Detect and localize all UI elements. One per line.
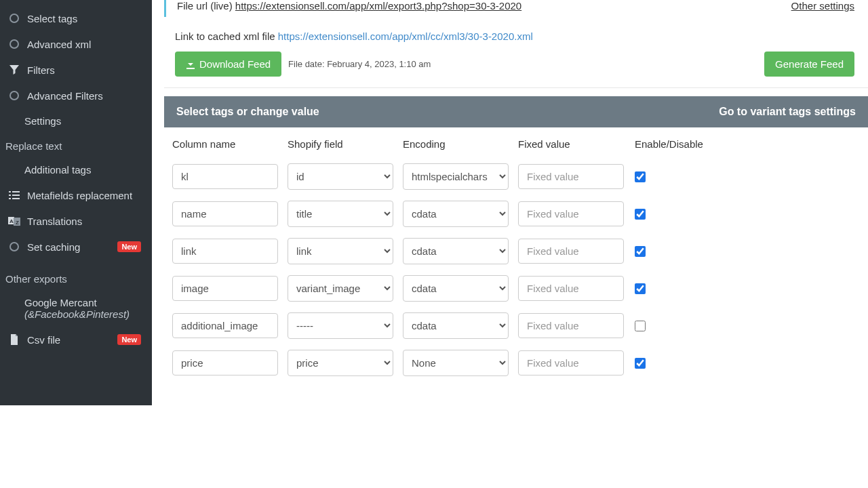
new-badge: New [117,241,141,252]
file-date: File date: February 4, 2023, 1:10 am [288,59,431,69]
fixed-value-input[interactable] [518,276,624,301]
download-feed-label: Download Feed [199,58,271,70]
generate-feed-label: Generate Feed [775,58,844,70]
section-header: Select tags or change value Go to varian… [164,96,868,127]
enable-checkbox[interactable] [635,358,646,369]
shopify-field-select[interactable]: idtitlelinkvariant_image-----price [288,238,393,264]
enable-checkbox[interactable] [635,171,646,182]
sidebar-item-filters[interactable]: Filters [0,57,152,83]
sidebar-item-translations[interactable]: AZ Translations [0,208,152,234]
cached-label: Link to cached xml file [175,30,278,42]
sidebar-item-label: Advanced xml [27,39,91,50]
encoding-select[interactable]: htmlspecialcharscdataNone [403,238,509,264]
sidebar-item-csv[interactable]: Csv file New [0,327,152,352]
svg-rect-1 [12,191,20,192]
encoding-select[interactable]: htmlspecialcharscdataNone [403,275,509,302]
file-url-label: File url (live) [177,0,235,12]
svg-rect-4 [9,198,11,199]
cached-link[interactable]: https://extensionsell.com/app/xml/cc/xml… [278,30,533,42]
fixed-value-input[interactable] [518,350,624,375]
new-badge: New [117,334,141,345]
sidebar-item-label: Settings [24,115,61,127]
sidebar-group-other: Other exports [0,260,152,290]
encoding-select[interactable]: htmlspecialcharscdataNone [403,312,509,339]
sidebar-item-label: Translations [27,216,82,227]
enable-checkbox[interactable] [635,209,646,220]
th-enable: Enable/Disable [633,138,704,150]
sidebar-group-replace: Replace text [0,134,152,157]
list-icon [8,189,20,201]
svg-text:A: A [9,218,14,224]
shopify-field-select[interactable]: idtitlelinkvariant_image-----price [288,163,393,190]
encoding-select[interactable]: htmlspecialcharscdataNone [403,201,509,227]
table-row: idtitlelinkvariant_image-----pricehtmlsp… [172,307,860,344]
sidebar-item-label: Additional tags [24,164,91,176]
sidebar-item-sublabel: (&Facebook&Pinterest) [24,308,144,320]
sidebar-item-label: Select tags [27,13,77,24]
sidebar-item-additional-tags[interactable]: Additional tags [0,157,152,182]
encoding-select[interactable]: htmlspecialcharscdataNone [403,163,509,190]
sidebar-item-label: Filters [27,64,55,76]
shopify-field-select[interactable]: idtitlelinkvariant_image-----price [288,275,393,302]
sidebar-item-advanced-xml[interactable]: Advanced xml [0,31,152,57]
sidebar-item-select-tags[interactable]: Select tags [0,5,152,31]
fixed-value-input[interactable] [518,201,624,226]
column-name-input[interactable] [172,239,278,264]
svg-rect-2 [9,195,11,196]
cached-block: Link to cached xml file https://extensio… [164,17,868,88]
fixed-value-input[interactable] [518,239,624,264]
svg-text:Z: Z [16,220,19,226]
file-url-link[interactable]: https://extensionsell.com/app/xml/export… [235,0,521,12]
column-name-input[interactable] [172,313,278,338]
enable-checkbox[interactable] [635,283,646,294]
sidebar-item-label: Advanced Filters [27,90,103,102]
circle-icon [8,241,20,253]
column-name-input[interactable] [172,201,278,226]
column-name-input[interactable] [172,276,278,301]
table-row: idtitlelinkvariant_image-----pricehtmlsp… [172,195,860,232]
table-header: Column name Shopify field Encoding Fixed… [172,138,860,158]
download-feed-button[interactable]: Download Feed [175,52,281,77]
sidebar-item-caching[interactable]: Set caching New [0,234,152,260]
sidebar-item-label: Google Mercant [24,297,144,308]
tags-table: Column name Shopify field Encoding Fixed… [164,127,868,392]
variant-tags-link[interactable]: Go to variant tags settings [719,106,856,118]
th-fixed-value: Fixed value [518,138,624,150]
column-name-input[interactable] [172,164,278,189]
table-row: idtitlelinkvariant_image-----pricehtmlsp… [172,344,860,382]
th-column-name: Column name [172,138,278,150]
shopify-field-select[interactable]: idtitlelinkvariant_image-----price [288,312,393,339]
encoding-select[interactable]: htmlspecialcharscdataNone [403,350,509,376]
sidebar-item-metafields[interactable]: Metafields replacement [0,182,152,208]
file-icon [8,333,20,346]
sidebar-item-settings[interactable]: Settings [0,108,152,134]
sidebar-item-label: Metafields replacement [27,190,132,201]
circle-icon [8,89,20,102]
enable-checkbox[interactable] [635,246,646,257]
svg-rect-5 [12,198,20,199]
shopify-field-select[interactable]: idtitlelinkvariant_image-----price [288,201,393,227]
column-name-input[interactable] [172,350,278,375]
generate-feed-button[interactable]: Generate Feed [764,52,854,77]
sidebar-item-google-merchant[interactable]: Google Mercant (&Facebook&Pinterest) [0,290,152,327]
file-url-bar: File url (live) https://extensionsell.co… [164,0,868,17]
sidebar-item-advanced-filters[interactable]: Advanced Filters [0,83,152,108]
enable-checkbox[interactable] [635,321,646,331]
table-row: idtitlelinkvariant_image-----pricehtmlsp… [172,232,860,270]
main-content: File url (live) https://extensionsell.co… [152,0,868,488]
table-row: idtitlelinkvariant_image-----pricehtmlsp… [172,270,860,307]
th-encoding: Encoding [403,138,509,150]
funnel-icon [8,64,20,76]
other-settings-link[interactable]: Other settings [791,0,854,12]
th-shopify-field: Shopify field [288,138,393,150]
translate-icon: AZ [8,215,20,227]
section-title: Select tags or change value [176,106,319,118]
fixed-value-input[interactable] [518,164,624,189]
svg-rect-0 [9,191,11,192]
fixed-value-input[interactable] [518,313,624,338]
sidebar: Select tags Advanced xml Filters Advance… [0,0,152,405]
svg-rect-3 [12,195,20,196]
download-icon [186,60,195,69]
shopify-field-select[interactable]: idtitlelinkvariant_image-----price [288,350,393,376]
sidebar-item-label: Set caching [27,241,80,253]
